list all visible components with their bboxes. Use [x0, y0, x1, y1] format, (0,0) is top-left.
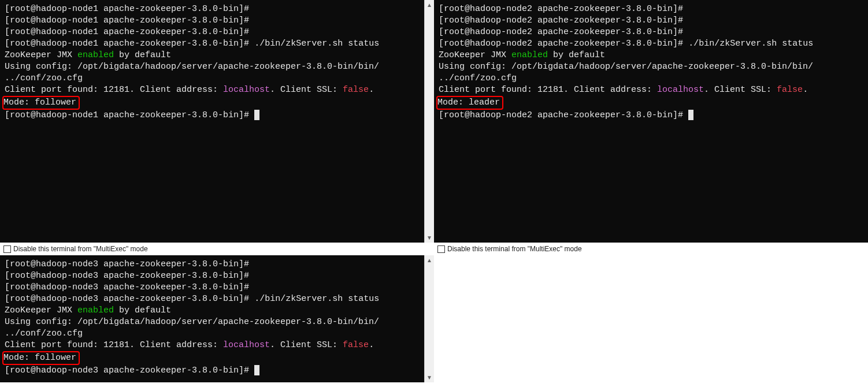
terminal-output-node1[interactable]: [root@hadoop-node1 apache-zookeeper-3.8.…	[0, 0, 424, 243]
scroll-up-icon[interactable]: ▲	[425, 255, 435, 265]
localhost: localhost	[223, 340, 270, 350]
pane-footer: Disable this terminal from "MultiExec" m…	[0, 243, 434, 255]
hostname: hadoop-node3	[36, 259, 98, 269]
pane-footer: Disable this terminal from "MultiExec" m…	[434, 243, 868, 255]
localhost: localhost	[223, 85, 270, 95]
multiexec-label: Disable this terminal from "MultiExec" m…	[447, 245, 582, 253]
client-port-text: Client port found: 12181. Client address…	[439, 85, 657, 95]
multiexec-checkbox[interactable]	[3, 245, 11, 253]
config-path-l1: Using config: /opt/bigdata/hadoop/server…	[5, 61, 420, 73]
localhost: localhost	[657, 85, 704, 95]
cursor	[254, 365, 259, 375]
mode-text: Mode: follower	[3, 98, 76, 107]
command-text: ./bin/zkServer.sh status	[688, 39, 813, 49]
jmx-enabled: enabled	[77, 50, 114, 60]
mode-text: Mode: follower	[3, 353, 76, 363]
mode-highlight: Mode: follower	[2, 351, 80, 365]
multiexec-label: Disable this terminal from "MultiExec" m…	[13, 245, 148, 253]
cursor	[688, 110, 693, 120]
terminal-pane-node1: [root@hadoop-node1 apache-zookeeper-3.8.…	[0, 0, 434, 255]
scroll-down-icon[interactable]: ▼	[425, 373, 435, 382]
prompt-close: ]#	[239, 4, 254, 14]
ssl-false: false	[343, 340, 369, 350]
terminal-pane-node2: [root@hadoop-node2 apache-zookeeper-3.8.…	[434, 0, 868, 255]
mode-text: Mode: leader	[437, 98, 500, 107]
command-text: ./bin/zkServer.sh status	[254, 39, 379, 49]
client-port-text: Client port found: 12181. Client address…	[5, 340, 223, 350]
prompt-dir: apache-zookeeper-3.8.0-bin	[103, 4, 239, 14]
terminal-output-node2[interactable]: [root@hadoop-node2 apache-zookeeper-3.8.…	[434, 0, 868, 243]
config-path-l2: ../conf/zoo.cfg	[5, 73, 420, 84]
jmx-enabled: enabled	[511, 50, 548, 60]
cursor	[254, 110, 259, 120]
ssl-false: false	[343, 85, 369, 95]
mode-highlight: Mode: leader	[436, 96, 503, 110]
terminal-pane-node3: [root@hadoop-node3 apache-zookeeper-3.8.…	[0, 255, 434, 382]
terminal-output-node3[interactable]: [root@hadoop-node3 apache-zookeeper-3.8.…	[0, 255, 424, 382]
command-text: ./bin/zkServer.sh status	[254, 294, 379, 304]
config-path-l2: ../conf/zoo.cfg	[439, 73, 863, 84]
config-path-l2: ../conf/zoo.cfg	[5, 328, 420, 340]
config-path-l1: Using config: /opt/bigdata/hadoop/server…	[5, 316, 420, 328]
scroll-up-icon[interactable]: ▲	[425, 0, 435, 10]
jmx-enabled: enabled	[77, 306, 114, 315]
mode-highlight: Mode: follower	[2, 96, 80, 110]
empty-pane	[434, 255, 868, 382]
scrollbar[interactable]: ▲ ▼	[424, 0, 434, 243]
scroll-down-icon[interactable]: ▼	[425, 233, 435, 243]
client-port-text: Client port found: 12181. Client address…	[5, 85, 223, 95]
config-path-l1: Using config: /opt/bigdata/hadoop/server…	[439, 61, 863, 73]
prompt-open: [root@	[5, 4, 36, 14]
hostname: hadoop-node2	[470, 4, 532, 14]
multiexec-checkbox[interactable]	[437, 245, 445, 253]
scrollbar[interactable]: ▲ ▼	[424, 255, 434, 382]
hostname: hadoop-node1	[36, 4, 98, 14]
ssl-false: false	[777, 85, 803, 95]
